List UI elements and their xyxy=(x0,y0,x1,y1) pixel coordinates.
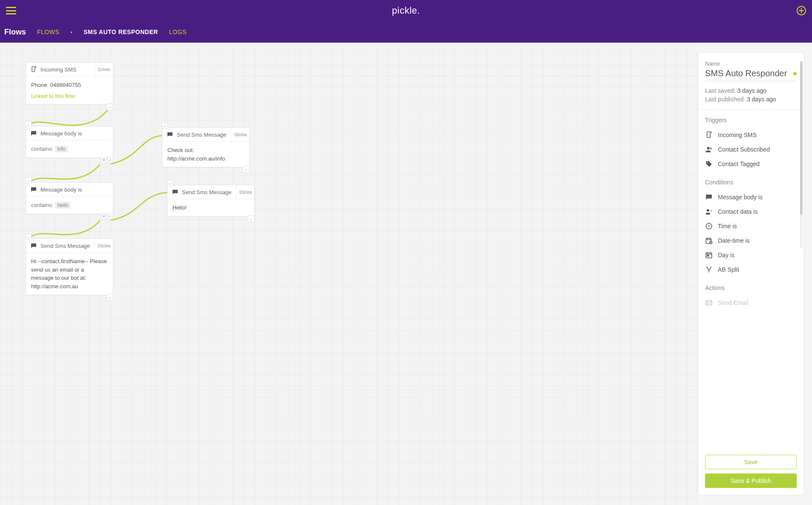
flow-canvas[interactable]: Incoming SMS 2c/min Phone: 0488840755 Li… xyxy=(0,43,698,505)
nav-logs[interactable]: LOGS xyxy=(169,29,187,35)
node-title: Message body is xyxy=(40,130,109,137)
brand-logo: pickle. xyxy=(392,5,420,16)
last-saved-label: Last saved: xyxy=(705,87,736,94)
condition-op: contains: xyxy=(31,146,53,152)
item-label: Incoming SMS xyxy=(718,132,757,138)
node-body-text: Check out: http://acme.com.au/info xyxy=(162,142,249,167)
save-button[interactable]: Save xyxy=(705,455,797,469)
phone-label: Phone: xyxy=(31,82,49,88)
svg-rect-10 xyxy=(707,255,708,256)
item-label: AB Split xyxy=(718,266,739,273)
panel-scrollbar-thumb[interactable] xyxy=(800,61,803,215)
flow-name-input[interactable]: SMS Auto Responder xyxy=(705,69,787,78)
condition-ab-split[interactable]: AB Split xyxy=(705,262,797,277)
split-icon xyxy=(705,266,713,273)
condition-message-body[interactable]: Message body is xyxy=(705,190,797,204)
item-label: Contact Tagged xyxy=(718,161,760,167)
phone-in-icon xyxy=(705,131,713,139)
node-cost: 10c/ea xyxy=(95,239,113,253)
node-output-true-port[interactable]: ✓ xyxy=(107,213,113,219)
svg-point-4 xyxy=(707,209,709,212)
last-saved-value: 3 days ago xyxy=(737,87,767,94)
node-send-fallback[interactable]: ⌄ Send Sms Message 10c/ea Hi --contact.f… xyxy=(26,238,113,295)
svg-rect-1 xyxy=(707,132,711,138)
breadcrumb-flows[interactable]: FLOWS xyxy=(37,29,59,35)
node-title: Message body is xyxy=(40,187,109,193)
person-add-icon xyxy=(705,146,713,153)
phone-value: 0488840755 xyxy=(50,82,81,88)
node-incoming-sms[interactable]: Incoming SMS 2c/min Phone: 0488840755 Li… xyxy=(26,62,113,105)
svg-point-2 xyxy=(707,147,710,149)
linked-to-flow[interactable]: Linked to this flow xyxy=(31,92,108,100)
status-dot-icon xyxy=(793,72,797,75)
menu-hamburger-icon[interactable] xyxy=(6,7,16,14)
node-output-port[interactable]: ⌄ xyxy=(248,215,255,222)
trigger-contact-subscribed[interactable]: Contact Subscribed xyxy=(705,142,797,157)
breadcrumb-current: SMS AUTO RESPONDER xyxy=(84,29,158,35)
node-condition-hello[interactable]: ⌄ Message body is contains: hello ✕ ✓ xyxy=(26,182,113,214)
trigger-contact-tagged[interactable]: Contact Tagged xyxy=(705,157,797,171)
node-send-info[interactable]: ⌄ Send Sms Message 10c/ea Check out: htt… xyxy=(162,127,250,167)
condition-contact-data[interactable]: ? Contact data is xyxy=(705,204,797,219)
svg-point-3 xyxy=(707,162,708,163)
node-output-port[interactable]: ⌄ xyxy=(243,166,250,173)
section-title: Flows xyxy=(4,28,26,37)
app-header: pickle. Flows FLOWS ● SMS AUTO RESPONDER… xyxy=(0,0,812,43)
trigger-incoming-sms[interactable]: Incoming SMS xyxy=(705,128,797,142)
node-output-port[interactable]: ⌄ xyxy=(107,103,113,110)
message-icon xyxy=(30,242,37,249)
calendar-day-icon xyxy=(705,251,713,259)
item-label: Date-time is xyxy=(718,237,750,244)
message-icon xyxy=(705,193,713,201)
item-label: Day is xyxy=(718,252,734,258)
item-label: Contact data is xyxy=(718,208,757,215)
node-output-true-port[interactable]: ✓ xyxy=(107,157,113,163)
svg-text:?: ? xyxy=(710,209,712,213)
node-cost: 10c/ea xyxy=(231,128,249,141)
help-icon[interactable] xyxy=(797,6,806,15)
breadcrumb-separator: ● xyxy=(70,30,72,34)
conditions-heading: Conditions xyxy=(705,179,797,186)
properties-panel: Name SMS Auto Responder Last saved: 3 da… xyxy=(698,53,803,495)
person-question-icon: ? xyxy=(705,208,713,215)
condition-value: info xyxy=(55,146,68,152)
node-body-text: Hi --contact.firstName-- Please send us … xyxy=(26,253,113,295)
mail-icon xyxy=(705,299,713,307)
node-send-hello[interactable]: ⌄ Send Sms Message 10c/ea Hello! ⌄ xyxy=(167,185,255,217)
condition-op: contains: xyxy=(31,202,53,208)
item-label: Send Email xyxy=(718,299,749,306)
node-body-text: Hello! xyxy=(167,199,254,216)
node-cost: 2c/min xyxy=(95,63,113,76)
last-published-label: Last published: xyxy=(705,96,745,103)
message-icon xyxy=(30,130,37,137)
tag-icon xyxy=(705,160,713,168)
actions-heading: Actions xyxy=(705,284,797,291)
node-output-port[interactable]: ⌄ xyxy=(107,294,113,301)
message-icon xyxy=(167,131,173,138)
condition-date-time[interactable]: Date-time is xyxy=(705,233,797,248)
item-label: Contact Subscribed xyxy=(718,146,770,153)
clock-icon xyxy=(705,222,713,230)
node-output-false-port[interactable]: ✕ xyxy=(101,157,107,163)
item-label: Time is xyxy=(718,223,737,230)
panel-scrollbar[interactable] xyxy=(800,61,803,249)
last-published-value: 3 days ago xyxy=(747,96,776,103)
save-publish-button[interactable]: Save & Publish xyxy=(705,473,797,488)
action-send-email[interactable]: Send Email xyxy=(705,296,797,310)
condition-value: hello xyxy=(55,202,71,209)
condition-time[interactable]: Time is xyxy=(705,219,797,233)
svg-rect-0 xyxy=(32,66,35,72)
node-cost: 10c/ea xyxy=(236,185,254,199)
node-output-false-port[interactable]: ✕ xyxy=(101,213,107,219)
triggers-heading: Triggers xyxy=(705,117,797,123)
message-icon xyxy=(172,189,179,195)
calendar-clock-icon xyxy=(705,237,713,244)
message-icon xyxy=(30,186,37,193)
item-label: Message body is xyxy=(718,194,763,201)
name-label: Name xyxy=(705,60,797,67)
phone-in-icon xyxy=(30,66,37,73)
condition-day[interactable]: Day is xyxy=(705,248,797,262)
node-condition-info[interactable]: ⌄ Message body is contains: info ✕ ✓ xyxy=(26,126,113,158)
